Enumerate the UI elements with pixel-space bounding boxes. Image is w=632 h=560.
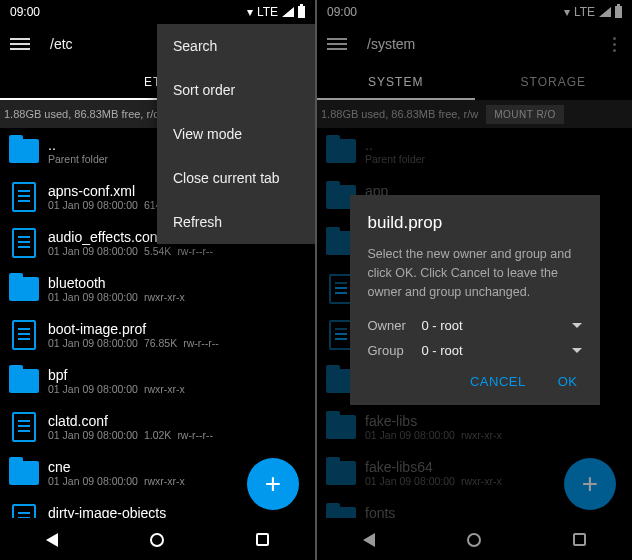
phone-left: 09:00 ▾ LTE /etc ETC 1.88GB used, 86.83M… xyxy=(0,0,315,560)
file-name: boot-image.prof xyxy=(48,321,225,338)
file-icon xyxy=(12,504,36,518)
dialog-actions: CANCEL OK xyxy=(368,368,582,395)
folder-icon xyxy=(9,369,39,393)
phone-right: 09:00 ▾ LTE /system SYSTEM STORAGE 1.88G… xyxy=(317,0,632,560)
nav-home-icon[interactable] xyxy=(150,533,164,547)
file-name: .. xyxy=(48,137,108,154)
folder-icon xyxy=(9,139,39,163)
file-meta: 01 Jan 09 08:00:00rwxr-xr-x xyxy=(48,291,191,303)
owner-row[interactable]: Owner 0 - root xyxy=(368,318,582,333)
menu-item[interactable]: Refresh xyxy=(157,200,315,244)
signal-icon xyxy=(282,7,294,17)
file-name: clatd.conf xyxy=(48,413,219,430)
lte-label: LTE xyxy=(257,5,278,19)
file-name: cne xyxy=(48,459,191,476)
group-row[interactable]: Group 0 - root xyxy=(368,343,582,358)
file-meta: 01 Jan 09 08:00:0076.85Krw-r--r-- xyxy=(48,337,225,349)
cancel-button[interactable]: CANCEL xyxy=(466,368,530,395)
file-meta: 01 Jan 09 08:00:00rwxr-xr-x xyxy=(48,475,191,487)
file-meta: 01 Jan 09 08:00:005.54Krw-r--r-- xyxy=(48,245,219,257)
wifi-icon: ▾ xyxy=(247,5,253,19)
owner-label: Owner xyxy=(368,318,422,333)
file-meta: 01 Jan 09 08:00:00rwxr-xr-x xyxy=(48,383,191,395)
file-meta: Parent folder xyxy=(48,153,108,165)
clock: 09:00 xyxy=(10,5,40,19)
dialog-message: Select the new owner and group and click… xyxy=(368,245,582,301)
file-icon xyxy=(12,228,36,258)
file-name: bpf xyxy=(48,367,191,384)
file-name: dirty-image-objects xyxy=(48,505,219,518)
menu-item[interactable]: View mode xyxy=(157,112,315,156)
fab-add[interactable]: + xyxy=(247,458,299,510)
nav-bar xyxy=(0,518,315,560)
nav-back-icon[interactable] xyxy=(46,533,58,547)
owner-value: 0 - root xyxy=(422,318,572,333)
file-meta: 01 Jan 09 08:00:001.02Krw-r--r-- xyxy=(48,429,219,441)
folder-icon xyxy=(9,461,39,485)
list-item[interactable]: boot-image.prof01 Jan 09 08:00:0076.85Kr… xyxy=(0,312,315,358)
status-bar: 09:00 ▾ LTE xyxy=(0,0,315,24)
chevron-down-icon xyxy=(572,348,582,353)
chevron-down-icon xyxy=(572,323,582,328)
status-icons: ▾ LTE xyxy=(247,5,305,19)
nav-recent-icon[interactable] xyxy=(256,533,269,546)
file-icon xyxy=(12,182,36,212)
list-item[interactable]: bpf01 Jan 09 08:00:00rwxr-xr-x xyxy=(0,358,315,404)
dialog-scrim[interactable]: build.prop Select the new owner and grou… xyxy=(317,0,632,560)
file-icon xyxy=(12,320,36,350)
battery-icon xyxy=(298,6,305,18)
group-value: 0 - root xyxy=(422,343,572,358)
group-label: Group xyxy=(368,343,422,358)
file-icon xyxy=(12,412,36,442)
file-name: bluetooth xyxy=(48,275,191,292)
list-item[interactable]: bluetooth01 Jan 09 08:00:00rwxr-xr-x xyxy=(0,266,315,312)
folder-icon xyxy=(9,277,39,301)
list-item[interactable]: clatd.conf01 Jan 09 08:00:001.02Krw-r--r… xyxy=(0,404,315,450)
dialog-title: build.prop xyxy=(368,213,582,233)
ok-button[interactable]: OK xyxy=(554,368,582,395)
owner-dialog: build.prop Select the new owner and grou… xyxy=(350,195,600,404)
menu-item[interactable]: Sort order xyxy=(157,68,315,112)
menu-item[interactable]: Close current tab xyxy=(157,156,315,200)
overflow-menu: SearchSort orderView modeClose current t… xyxy=(157,24,315,244)
menu-icon[interactable] xyxy=(10,38,30,50)
menu-item[interactable]: Search xyxy=(157,24,315,68)
